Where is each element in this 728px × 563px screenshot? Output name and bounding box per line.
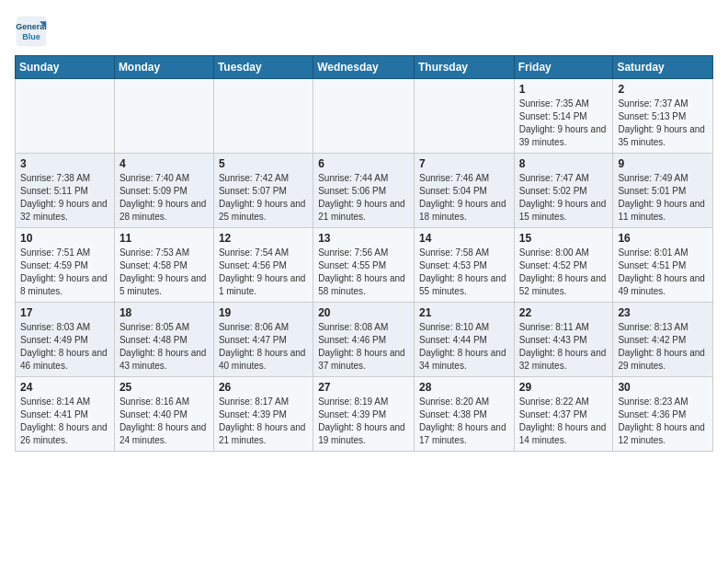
day-number: 25 (119, 381, 209, 394)
cell-info: Sunrise: 7:49 AM Sunset: 5:01 PM Dayligh… (618, 172, 708, 224)
calendar-cell: 5Sunrise: 7:42 AM Sunset: 5:07 PM Daylig… (213, 154, 313, 228)
cell-info: Sunrise: 8:13 AM Sunset: 4:42 PM Dayligh… (618, 321, 708, 373)
cell-info: Sunrise: 7:58 AM Sunset: 4:53 PM Dayligh… (419, 247, 509, 298)
calendar-cell: 9Sunrise: 7:49 AM Sunset: 5:01 PM Daylig… (613, 154, 713, 228)
calendar-cell: 30Sunrise: 8:23 AM Sunset: 4:36 PM Dayli… (613, 377, 713, 452)
weekday-header-tuesday: Tuesday (213, 56, 313, 79)
cell-info: Sunrise: 7:46 AM Sunset: 5:04 PM Dayligh… (419, 172, 509, 224)
day-number: 4 (119, 157, 209, 170)
calendar-cell: 10Sunrise: 7:51 AM Sunset: 4:59 PM Dayli… (16, 228, 115, 303)
calendar-cell: 21Sunrise: 8:10 AM Sunset: 4:44 PM Dayli… (414, 303, 514, 377)
day-number: 21 (419, 306, 509, 319)
cell-info: Sunrise: 7:56 AM Sunset: 4:55 PM Dayligh… (318, 247, 409, 298)
logo: General Blue (15, 15, 51, 48)
weekday-header-thursday: Thursday (414, 56, 514, 79)
day-number: 8 (519, 157, 609, 170)
calendar-cell: 17Sunrise: 8:03 AM Sunset: 4:49 PM Dayli… (16, 303, 115, 377)
cell-info: Sunrise: 7:35 AM Sunset: 5:14 PM Dayligh… (519, 98, 609, 149)
calendar-cell: 23Sunrise: 8:13 AM Sunset: 4:42 PM Dayli… (613, 303, 713, 377)
day-number: 5 (219, 157, 308, 170)
calendar-cell: 7Sunrise: 7:46 AM Sunset: 5:04 PM Daylig… (414, 154, 514, 228)
day-number: 24 (20, 381, 109, 394)
cell-info: Sunrise: 8:00 AM Sunset: 4:52 PM Dayligh… (519, 247, 609, 298)
day-number: 19 (219, 306, 308, 319)
calendar-cell: 29Sunrise: 8:22 AM Sunset: 4:37 PM Dayli… (514, 377, 613, 452)
calendar-cell: 2Sunrise: 7:37 AM Sunset: 5:13 PM Daylig… (613, 79, 713, 154)
cell-info: Sunrise: 7:54 AM Sunset: 4:56 PM Dayligh… (219, 247, 308, 298)
day-number: 30 (618, 381, 708, 394)
day-number: 9 (618, 157, 708, 170)
calendar-cell: 15Sunrise: 8:00 AM Sunset: 4:52 PM Dayli… (514, 228, 613, 303)
cell-info: Sunrise: 8:01 AM Sunset: 4:51 PM Dayligh… (618, 247, 708, 298)
cell-info: Sunrise: 7:37 AM Sunset: 5:13 PM Dayligh… (618, 98, 708, 149)
cell-info: Sunrise: 7:51 AM Sunset: 4:59 PM Dayligh… (20, 247, 109, 298)
calendar-table: SundayMondayTuesdayWednesdayThursdayFrid… (15, 55, 713, 452)
page-header: General Blue (15, 15, 713, 48)
day-number: 3 (20, 157, 109, 170)
cell-info: Sunrise: 8:22 AM Sunset: 4:37 PM Dayligh… (519, 396, 609, 447)
day-number: 20 (318, 306, 409, 319)
weekday-header-monday: Monday (114, 56, 213, 79)
cell-info: Sunrise: 8:16 AM Sunset: 4:40 PM Dayligh… (119, 396, 209, 447)
svg-text:Blue: Blue (22, 32, 40, 41)
calendar-cell: 4Sunrise: 7:40 AM Sunset: 5:09 PM Daylig… (114, 154, 213, 228)
calendar-cell (16, 79, 115, 154)
weekday-header-sunday: Sunday (16, 56, 115, 79)
day-number: 18 (119, 306, 209, 319)
calendar-cell: 27Sunrise: 8:19 AM Sunset: 4:39 PM Dayli… (313, 377, 415, 452)
cell-info: Sunrise: 8:19 AM Sunset: 4:39 PM Dayligh… (318, 396, 409, 447)
calendar-cell: 18Sunrise: 8:05 AM Sunset: 4:48 PM Dayli… (114, 303, 213, 377)
calendar-cell: 3Sunrise: 7:38 AM Sunset: 5:11 PM Daylig… (16, 154, 115, 228)
day-number: 10 (20, 232, 109, 245)
weekday-header-friday: Friday (514, 56, 613, 79)
day-number: 14 (419, 232, 509, 245)
day-number: 17 (20, 306, 109, 319)
cell-info: Sunrise: 8:23 AM Sunset: 4:36 PM Dayligh… (618, 396, 708, 447)
cell-info: Sunrise: 8:10 AM Sunset: 4:44 PM Dayligh… (419, 321, 509, 373)
calendar-cell: 6Sunrise: 7:44 AM Sunset: 5:06 PM Daylig… (313, 154, 415, 228)
cell-info: Sunrise: 8:17 AM Sunset: 4:39 PM Dayligh… (219, 396, 308, 447)
calendar-cell: 11Sunrise: 7:53 AM Sunset: 4:58 PM Dayli… (114, 228, 213, 303)
day-number: 2 (618, 83, 708, 96)
day-number: 23 (618, 306, 708, 319)
calendar-cell: 13Sunrise: 7:56 AM Sunset: 4:55 PM Dayli… (313, 228, 415, 303)
day-number: 1 (519, 83, 609, 96)
calendar-cell: 12Sunrise: 7:54 AM Sunset: 4:56 PM Dayli… (213, 228, 313, 303)
calendar-cell: 14Sunrise: 7:58 AM Sunset: 4:53 PM Dayli… (414, 228, 514, 303)
calendar-cell: 16Sunrise: 8:01 AM Sunset: 4:51 PM Dayli… (613, 228, 713, 303)
cell-info: Sunrise: 8:11 AM Sunset: 4:43 PM Dayligh… (519, 321, 609, 373)
day-number: 27 (318, 381, 409, 394)
cell-info: Sunrise: 7:44 AM Sunset: 5:06 PM Dayligh… (318, 172, 409, 224)
calendar-cell: 1Sunrise: 7:35 AM Sunset: 5:14 PM Daylig… (514, 79, 613, 154)
day-number: 13 (318, 232, 409, 245)
day-number: 15 (519, 232, 609, 245)
day-number: 29 (519, 381, 609, 394)
cell-info: Sunrise: 7:38 AM Sunset: 5:11 PM Dayligh… (20, 172, 109, 224)
cell-info: Sunrise: 8:06 AM Sunset: 4:47 PM Dayligh… (219, 321, 308, 373)
cell-info: Sunrise: 7:47 AM Sunset: 5:02 PM Dayligh… (519, 172, 609, 224)
calendar-cell (313, 79, 415, 154)
logo-icon: General Blue (15, 15, 48, 48)
day-number: 22 (519, 306, 609, 319)
day-number: 7 (419, 157, 509, 170)
calendar-cell: 25Sunrise: 8:16 AM Sunset: 4:40 PM Dayli… (114, 377, 213, 452)
calendar-cell (213, 79, 313, 154)
day-number: 11 (119, 232, 209, 245)
calendar-cell (114, 79, 213, 154)
day-number: 28 (419, 381, 509, 394)
cell-info: Sunrise: 7:53 AM Sunset: 4:58 PM Dayligh… (119, 247, 209, 298)
day-number: 12 (219, 232, 308, 245)
cell-info: Sunrise: 8:14 AM Sunset: 4:41 PM Dayligh… (20, 396, 109, 447)
cell-info: Sunrise: 7:40 AM Sunset: 5:09 PM Dayligh… (119, 172, 209, 224)
cell-info: Sunrise: 8:05 AM Sunset: 4:48 PM Dayligh… (119, 321, 209, 373)
cell-info: Sunrise: 7:42 AM Sunset: 5:07 PM Dayligh… (219, 172, 308, 224)
calendar-cell: 24Sunrise: 8:14 AM Sunset: 4:41 PM Dayli… (16, 377, 115, 452)
calendar-cell: 22Sunrise: 8:11 AM Sunset: 4:43 PM Dayli… (514, 303, 613, 377)
cell-info: Sunrise: 8:03 AM Sunset: 4:49 PM Dayligh… (20, 321, 109, 373)
day-number: 16 (618, 232, 708, 245)
weekday-header-saturday: Saturday (613, 56, 713, 79)
calendar-cell: 8Sunrise: 7:47 AM Sunset: 5:02 PM Daylig… (514, 154, 613, 228)
cell-info: Sunrise: 8:20 AM Sunset: 4:38 PM Dayligh… (419, 396, 509, 447)
calendar-cell: 28Sunrise: 8:20 AM Sunset: 4:38 PM Dayli… (414, 377, 514, 452)
day-number: 26 (219, 381, 308, 394)
